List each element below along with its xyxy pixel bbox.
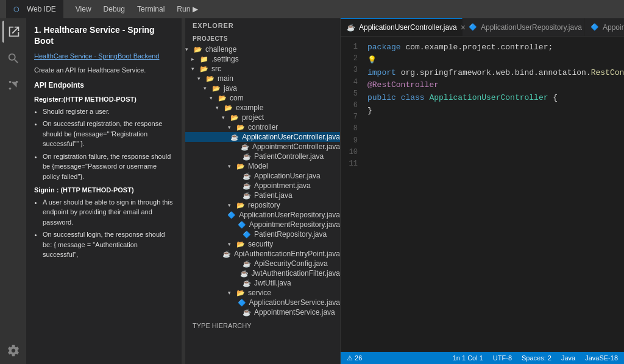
line-number: 3 (341, 65, 365, 76)
tree-item-label: ApplicationUserRepository.java (239, 211, 340, 219)
tree-item[interactable]: ☕Patient.java (185, 191, 340, 200)
tree-item[interactable]: ▾📂security (185, 239, 340, 249)
explorer-activity-icon[interactable] (2, 21, 24, 43)
file-icon: ☕ (243, 279, 252, 287)
tree-item-label: controller (248, 123, 278, 131)
file-icon: 🔷 (238, 299, 247, 307)
tree-item[interactable]: ☕PatientController.java (185, 152, 340, 161)
file-icon: ☕ (243, 309, 252, 317)
file-icon: ☕ (241, 143, 250, 151)
tree-item[interactable]: 🔷PatientRepository.java (185, 229, 340, 239)
tree-item[interactable]: ▾📂service (185, 288, 340, 298)
hint-bulb-icon[interactable]: 💡 (367, 56, 377, 65)
menu-terminal[interactable]: Terminal (131, 0, 171, 18)
editor-tab[interactable]: 🔷AppointmentRepository.java (584, 18, 624, 36)
folder-arrow-icon: ▾ (210, 95, 218, 101)
tree-item-label: example (236, 103, 263, 112)
tree-item-label: ApiAuthenticationEntryPoint.java (234, 250, 340, 258)
editor-tab[interactable]: 🔷ApplicationUserRepository.java (463, 18, 584, 36)
web-ide-icon: ⬡ (13, 5, 20, 13)
line-number: 6 (341, 100, 365, 111)
topbar: ⬡ Web IDE View Debug Terminal Run ▶ (0, 0, 624, 18)
tree-item[interactable]: ▾📂project (185, 113, 340, 122)
file-icon: 🔷 (227, 211, 237, 219)
line-number: 8 (341, 123, 365, 135)
file-icon: ☕ (243, 153, 252, 161)
file-icon: ☕ (222, 250, 232, 258)
tree-item-label: main (218, 74, 233, 83)
tree-item[interactable]: ▾📂main (185, 74, 340, 83)
tree-item[interactable]: ☕ApiSecurityConfig.java (185, 259, 340, 268)
tree-item-label: java (224, 84, 237, 93)
search-activity-icon[interactable] (2, 47, 24, 69)
code-lines: 1234567891011 package com.example.projec… (341, 37, 624, 175)
tree-item[interactable]: ☕ApplicationUserController.java (185, 132, 340, 142)
tree-item[interactable]: ▾📂Model (185, 161, 340, 171)
tree-item[interactable]: ▾📂controller (185, 122, 340, 132)
tree-item-label: ApiSecurityConfig.java (254, 259, 328, 268)
code-line: import org.springframework.web.bind.anno… (367, 67, 624, 80)
line-number: 2 (341, 53, 365, 65)
tree-item[interactable]: ▾📂repository (185, 200, 340, 210)
folder-arrow-icon: ▾ (222, 114, 230, 121)
status-bar: ⚠ 26 1n 1 Col 1 UTF-8 Spaces: 2 Java Jav… (341, 352, 624, 364)
git-activity-icon[interactable] (2, 74, 24, 96)
tabs-bar: ☕ApplicationUserController.java×🔷Applica… (341, 18, 624, 37)
tree-item-label: security (248, 240, 273, 248)
status-position: 1n 1 Col 1 (453, 354, 483, 362)
tree-item[interactable]: ▸📁.settings (185, 54, 340, 64)
tree-item[interactable]: ☕Appointment.java (185, 181, 340, 191)
menu-debug[interactable]: Debug (98, 0, 131, 18)
tree-item[interactable]: ☕AppointmentController.java (185, 142, 340, 152)
signin-bullet-0: A user should be able to sign in through… (43, 197, 174, 228)
code-content: package com.example.project.controller;💡… (365, 37, 624, 175)
line-number: 11 (341, 158, 365, 170)
signin-bullets-list: A user should be able to sign in through… (34, 197, 174, 260)
tree-item[interactable]: ▾📂com (185, 93, 340, 103)
file-icon: ☕ (243, 192, 252, 200)
tree-item[interactable]: ▾📂java (185, 83, 340, 93)
file-icon: ☕ (243, 172, 252, 180)
tree-item[interactable]: ▾📂example (185, 103, 340, 113)
menu-view[interactable]: View (69, 0, 98, 18)
folder-arrow-icon: ▾ (228, 202, 236, 208)
signin-heading: Signin : (HTTP METHOD-POST) (34, 185, 174, 195)
tree-item[interactable]: ☕JwtAuthenticationFilter.java (185, 268, 340, 278)
line-number: 5 (341, 88, 365, 100)
folder-icon: 📂 (230, 114, 240, 122)
tree-item[interactable]: 🔷ApplicationUserService.java (185, 298, 340, 307)
main: 1. Healthcare Service - Spring Boot Heal… (0, 18, 624, 364)
folder-arrow-icon: ▾ (204, 85, 212, 91)
status-encoding: UTF-8 (493, 354, 512, 362)
settings-activity-icon[interactable] (2, 342, 24, 364)
folder-arrow-icon: ▾ (228, 163, 236, 169)
folder-arrow-icon: ▾ (228, 290, 236, 296)
tree-item[interactable]: ☕ApiAuthenticationEntryPoint.java (185, 249, 340, 259)
file-icon: 🔷 (243, 231, 252, 239)
tree-item-label: challenge (205, 45, 236, 54)
tree-item-label: project (242, 113, 264, 122)
tree-item[interactable]: ☕AppointmentService.java (185, 307, 340, 317)
line-number: 10 (341, 147, 365, 158)
code-editor[interactable]: 1234567891011 package com.example.projec… (341, 37, 624, 352)
tree-item[interactable]: ▾📂challenge (185, 44, 340, 54)
tree-item[interactable]: 🔷ApplicationUserRepository.java (185, 210, 340, 220)
type-hierarchy-label[interactable]: TYPE HIERARCHY (185, 320, 340, 332)
menu-run[interactable]: Run ▶ (171, 0, 204, 18)
tree-item-label: Appointment.java (254, 181, 311, 190)
tree-item[interactable]: ☕ApplicationUser.java (185, 171, 340, 181)
editor-tab[interactable]: ☕ApplicationUserController.java× (341, 18, 463, 36)
tree-item-label: ApplicationUser.java (254, 172, 321, 180)
tree-item-label: JwtAuthenticationFilter.java (252, 269, 340, 278)
code-line: 💡 (367, 54, 624, 67)
tree-item[interactable]: 🔷AppointmentRepository.java (185, 220, 340, 229)
code-line: @RestController (367, 79, 624, 92)
tab-label: ApplicationUserController.java (359, 23, 457, 32)
folder-icon: 📂 (236, 201, 246, 209)
tree-item-label: AppointmentRepository.java (249, 220, 340, 229)
tab-file-icon: 🔷 (590, 23, 599, 31)
tree-item[interactable]: ▾📂src (185, 64, 340, 74)
folder-icon: 📂 (212, 85, 222, 93)
tree-item[interactable]: ☕JwtUtil.java (185, 278, 340, 288)
panel-link[interactable]: HealthCare Service - SpringBoot Backend (34, 51, 174, 61)
